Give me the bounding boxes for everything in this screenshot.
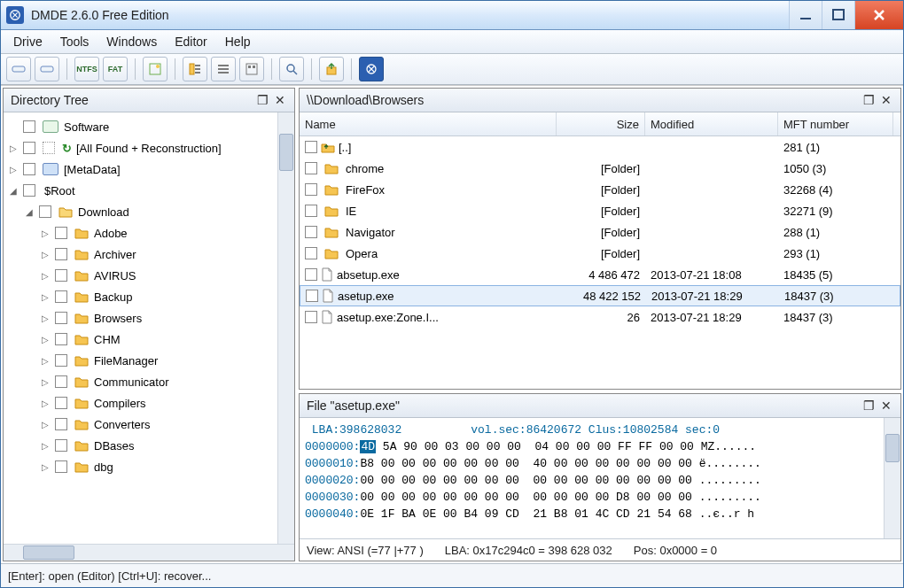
tool-logo[interactable] (359, 57, 384, 81)
file-row[interactable]: absetup.exe4 486 4722013-07-21 18:081843… (300, 264, 900, 285)
menu-windows[interactable]: Windows (97, 30, 166, 53)
tree-twist-icon[interactable]: ▷ (39, 460, 51, 473)
tree-twist-icon[interactable]: ▷ (7, 163, 19, 175)
panel-close-icon[interactable]: ✕ (273, 94, 287, 106)
tool-disk2[interactable] (35, 57, 59, 81)
tree-checkbox[interactable] (55, 460, 67, 473)
tree-twist-icon[interactable]: ▷ (39, 354, 51, 367)
tool-disk1[interactable] (6, 57, 31, 81)
tool-view1[interactable] (183, 57, 207, 81)
row-checkbox[interactable] (305, 268, 317, 281)
tree-item-filemanager[interactable]: ▷FileManager (4, 350, 294, 371)
tool-search[interactable] (279, 57, 304, 81)
tree-twist-icon[interactable]: ◢ (23, 205, 35, 218)
tree-checkbox[interactable] (55, 290, 67, 303)
file-row[interactable]: chrome[Folder]1050 (3) (300, 158, 900, 179)
menu-editor[interactable]: Editor (166, 30, 216, 53)
tree-item-converters[interactable]: ▷Converters (4, 414, 294, 435)
panel-close-icon[interactable]: ✕ (879, 399, 893, 412)
tree-item-all-found[interactable]: ▷↻[All Found + Reconstruction] (4, 137, 294, 159)
tree-twist-icon[interactable]: ▷ (39, 375, 51, 388)
tree-checkbox[interactable] (55, 248, 67, 260)
panel-restore-icon[interactable]: ❐ (861, 94, 876, 106)
tree-item-chm[interactable]: ▷CHM (4, 329, 294, 350)
close-button[interactable] (854, 1, 903, 29)
tree-checkbox[interactable] (23, 120, 35, 133)
tree-item-dbases[interactable]: ▷DBases (4, 435, 294, 456)
hex-view[interactable]: LBA:398628032 vol.sec:86420672 Clus:1080… (300, 418, 900, 538)
tree-twist-icon[interactable] (7, 120, 19, 133)
file-row[interactable]: Opera[Folder]293 (1) (300, 243, 900, 264)
tree-checkbox[interactable] (55, 354, 67, 367)
tree-vscrollbar[interactable] (277, 112, 294, 544)
tree-item-browsers[interactable]: ▷Browsers (4, 307, 294, 329)
tree-item-dbg[interactable]: ▷dbg (4, 456, 294, 477)
tree-checkbox[interactable] (55, 333, 67, 345)
row-checkbox[interactable] (305, 247, 317, 259)
file-row[interactable]: asetup.exe48 422 1522013-07-21 18:291843… (300, 285, 900, 306)
tree-item-sroot[interactable]: ◢$Root (4, 180, 294, 201)
tree-item-archiver[interactable]: ▷Archiver (4, 244, 294, 265)
tree-twist-icon[interactable]: ◢ (7, 184, 19, 197)
row-checkbox[interactable] (305, 205, 317, 217)
menu-tools[interactable]: Tools (51, 30, 98, 53)
row-checkbox[interactable] (306, 290, 318, 302)
minimize-button[interactable] (789, 1, 822, 29)
maximize-button[interactable] (822, 1, 854, 29)
tree-checkbox[interactable] (55, 375, 67, 388)
row-checkbox[interactable] (305, 162, 317, 174)
tool-view3[interactable] (239, 57, 264, 81)
file-list-body[interactable]: [..]281 (1)chrome[Folder]1050 (3)FireFox… (300, 136, 900, 389)
tree-twist-icon[interactable]: ▷ (7, 142, 19, 154)
menu-drive[interactable]: Drive (4, 30, 51, 53)
tree-twist-icon[interactable]: ▷ (39, 248, 51, 260)
tree-checkbox[interactable] (23, 184, 35, 197)
file-row[interactable]: FireFox[Folder]32268 (4) (300, 179, 900, 200)
tool-fat[interactable]: FAT (103, 57, 128, 81)
titlebar[interactable]: DMDE 2.6.0 Free Edition (1, 1, 903, 30)
tree-twist-icon[interactable]: ▷ (39, 397, 51, 409)
tree-twist-icon[interactable]: ▷ (39, 418, 51, 430)
tree-twist-icon[interactable]: ▷ (39, 269, 51, 282)
panel-close-icon[interactable]: ✕ (879, 94, 893, 106)
tree-checkbox[interactable] (55, 312, 67, 324)
tree-item-download[interactable]: ◢Download (4, 201, 294, 222)
tree-item-communicator[interactable]: ▷Communicator (4, 371, 294, 392)
file-row[interactable]: [..]281 (1) (300, 136, 900, 158)
tree-twist-icon[interactable]: ▷ (39, 439, 51, 452)
tree-item-avirus[interactable]: ▷AVIRUS (4, 265, 294, 286)
panel-restore-icon[interactable]: ❐ (255, 94, 269, 106)
tree-checkbox[interactable] (39, 205, 51, 218)
tree-twist-icon[interactable]: ▷ (39, 290, 51, 303)
tool-ntfs[interactable]: NTFS (74, 57, 99, 81)
tree-checkbox[interactable] (55, 439, 67, 452)
tree-checkbox[interactable] (55, 227, 67, 239)
tool-view2[interactable] (211, 57, 236, 81)
hex-vscrollbar[interactable] (884, 418, 900, 538)
file-list-columns[interactable]: Name Size Modified MFT number (300, 112, 900, 136)
file-row[interactable]: Navigator[Folder]288 (1) (300, 221, 900, 243)
tree-item-compilers[interactable]: ▷Compilers (4, 392, 294, 414)
directory-tree[interactable]: Software▷↻[All Found + Reconstruction]▷[… (4, 112, 294, 544)
tool-export[interactable] (319, 57, 344, 81)
tree-hscrollbar[interactable] (4, 544, 294, 561)
tree-twist-icon[interactable]: ▷ (39, 227, 51, 239)
tree-item-backup[interactable]: ▷Backup (4, 286, 294, 307)
row-checkbox[interactable] (305, 311, 317, 323)
file-row[interactable]: IE[Folder]32271 (9) (300, 200, 900, 221)
row-checkbox[interactable] (305, 226, 317, 238)
tree-item-software[interactable]: Software (4, 116, 294, 137)
tree-item-adobe[interactable]: ▷Adobe (4, 222, 294, 244)
tree-twist-icon[interactable]: ▷ (39, 312, 51, 324)
panel-restore-icon[interactable]: ❐ (861, 399, 876, 412)
tree-checkbox[interactable] (55, 418, 67, 430)
row-checkbox[interactable] (305, 183, 317, 196)
file-row[interactable]: asetup.exe:Zone.I...262013-07-21 18:2918… (300, 306, 900, 328)
tree-checkbox[interactable] (55, 269, 67, 282)
tree-item-metadata[interactable]: ▷[MetaData] (4, 159, 294, 180)
tree-twist-icon[interactable]: ▷ (39, 333, 51, 345)
tree-checkbox[interactable] (55, 397, 67, 409)
tree-checkbox[interactable] (23, 163, 35, 175)
tool-scan[interactable] (143, 57, 168, 81)
menu-help[interactable]: Help (216, 30, 260, 53)
